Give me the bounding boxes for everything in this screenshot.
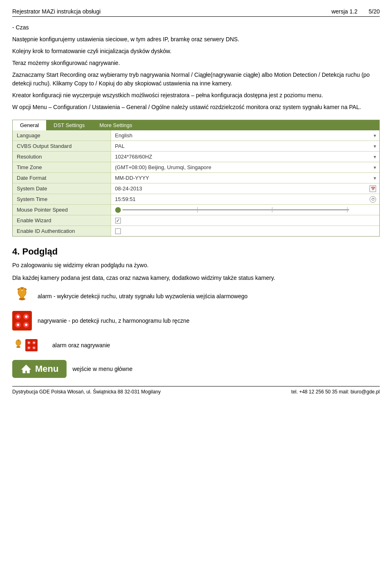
checkbox-id-input[interactable] — [115, 228, 121, 234]
para-1: - Czas — [12, 23, 380, 32]
content-paragraphs: - Czas Następnie konfigurujemy ustawieni… — [12, 23, 380, 112]
house-icon — [20, 363, 32, 375]
svg-point-15 — [25, 324, 27, 326]
alarm-record-svg-1 — [12, 335, 24, 355]
table-row: Enable Wizard — [13, 215, 379, 226]
value-timezone[interactable]: (GMT+08:00) Beijing, Urumqi, Singapore ▾ — [111, 162, 379, 173]
value-systemdate[interactable]: 08-24-2013 📅 — [111, 183, 379, 194]
value-systemtime[interactable]: 15:59:51 ⏱ — [111, 194, 379, 205]
value-cvbs[interactable]: PAL ▾ — [111, 141, 379, 152]
footer-left: Dystrybucja GDE Polska Włosań, ul. Świąt… — [12, 389, 161, 395]
svg-point-13 — [25, 315, 27, 318]
svg-marker-29 — [21, 365, 31, 373]
alarm-svg — [12, 286, 32, 306]
table-row: Date Format MM-DD-YYYY ▾ — [13, 173, 379, 183]
menu-text: wejście w menu główne — [72, 366, 132, 372]
tab-dst-settings[interactable]: DST Settings — [46, 120, 92, 130]
section4-heading: 4. Podgląd — [12, 246, 380, 257]
header-page: 5/20 — [369, 8, 380, 15]
alarm-text: alarm - wykrycie detekcji ruchu, utraty … — [38, 293, 247, 299]
svg-point-27 — [28, 347, 30, 348]
table-row: System Date 08-24-2013 📅 — [13, 183, 379, 194]
svg-point-28 — [33, 347, 35, 348]
chevron-down-icon: ▾ — [374, 175, 376, 181]
alarm-record-svg-2 — [25, 335, 38, 355]
record-svg — [12, 311, 32, 331]
settings-tabs: General DST Settings More Settings — [13, 120, 379, 130]
checkbox-wizard[interactable] — [115, 218, 376, 223]
para-7: W opcji Menu – Configuration / Ustawieni… — [12, 103, 380, 112]
value-enablewizard[interactable] — [111, 215, 379, 226]
para-3: Kolejny krok to formatowanie czyli inicj… — [12, 47, 380, 56]
table-row: Enable ID Authentication — [13, 226, 379, 237]
label-mousepointer: Mouse Pointer Speed — [13, 205, 111, 215]
table-row: CVBS Output Standard PAL ▾ — [13, 141, 379, 152]
slider-tick — [272, 207, 272, 212]
value-enableid[interactable] — [111, 226, 379, 237]
section4-intro: Po zalogowaniu się widzimy ekran podgląd… — [12, 261, 380, 270]
label-cvbs: CVBS Output Standard — [13, 141, 111, 152]
record-text: nagrywanie - po detekcji ruchu, z harmon… — [38, 317, 189, 324]
icon-row-alarm-record: alarm oraz nagrywanie — [12, 335, 380, 355]
label-timezone: Time Zone — [13, 162, 111, 173]
icon-row-record: nagrywanie - po detekcji ruchu, z harmon… — [12, 311, 380, 331]
svg-rect-7 — [12, 311, 32, 331]
menu-button[interactable]: Menu — [12, 360, 67, 378]
svg-point-2 — [19, 298, 25, 300]
svg-point-25 — [28, 342, 30, 344]
table-row: Mouse Pointer Speed — [13, 205, 379, 215]
record-icon — [12, 311, 32, 331]
svg-point-12 — [17, 315, 19, 318]
svg-point-26 — [33, 342, 35, 344]
svg-rect-4 — [21, 288, 23, 290]
label-enablewizard: Enable Wizard — [13, 215, 111, 226]
value-mousepointer[interactable] — [111, 205, 379, 215]
calendar-icon[interactable]: 📅 — [370, 185, 376, 192]
chevron-down-icon: ▾ — [374, 143, 376, 149]
svg-rect-20 — [25, 339, 38, 351]
table-row: System Time 15:59:51 ⏱ — [13, 194, 379, 205]
slider-track[interactable] — [122, 209, 350, 210]
value-resolution[interactable]: 1024*768/60HZ ▾ — [111, 152, 379, 162]
alarm-record-icon — [12, 335, 38, 355]
checkbox-id[interactable] — [115, 228, 376, 234]
table-row: Language English ▾ — [13, 130, 379, 141]
chevron-down-icon: ▾ — [374, 165, 376, 170]
menu-button-label: Menu — [35, 364, 58, 374]
label-dateformat: Date Format — [13, 173, 111, 183]
table-row: Time Zone (GMT+08:00) Beijing, Urumqi, S… — [13, 162, 379, 173]
para-6: Kreator konfiguracji nie wyczerpuje wszy… — [12, 91, 380, 100]
header-line: Rejestrator MAZi instrukcja obsługi wers… — [12, 8, 380, 17]
svg-rect-19 — [18, 340, 19, 341]
svg-point-18 — [16, 346, 20, 348]
checkbox-wizard-input[interactable] — [115, 218, 121, 223]
table-row: Resolution 1024*768/60HZ ▾ — [13, 152, 379, 162]
settings-container: General DST Settings More Settings Langu… — [12, 120, 380, 237]
slider-thumb[interactable] — [115, 207, 121, 213]
header-right: wersja 1.2 5/20 — [332, 8, 380, 15]
footer: Dystrybucja GDE Polska Włosań, ul. Świąt… — [12, 386, 380, 395]
clock-icon[interactable]: ⏱ — [370, 196, 376, 203]
icon-row-menu: Menu wejście w menu główne — [12, 360, 380, 378]
settings-table: Language English ▾ CVBS Output Standard … — [13, 130, 379, 236]
label-systemdate: System Date — [13, 183, 111, 194]
para-2: Następnie konfigurujemy ustawienia sieci… — [12, 35, 380, 44]
icon-row-alarm: alarm - wykrycie detekcji ruchu, utraty … — [12, 286, 380, 306]
tab-more-settings[interactable]: More Settings — [92, 120, 140, 130]
section4-detail: Dla każdej kamery podana jest data, czas… — [12, 274, 380, 282]
label-language: Language — [13, 130, 111, 141]
value-language[interactable]: English ▾ — [111, 130, 379, 141]
header-title: Rejestrator MAZi instrukcja obsługi — [12, 8, 100, 15]
section4: 4. Podgląd Po zalogowaniu się widzimy ek… — [12, 246, 380, 378]
chevron-down-icon: ▾ — [374, 154, 376, 160]
tab-general[interactable]: General — [13, 120, 46, 130]
label-systemtime: System Time — [13, 194, 111, 205]
label-resolution: Resolution — [13, 152, 111, 162]
chevron-down-icon: ▾ — [374, 133, 376, 138]
slider-tick — [347, 207, 347, 212]
para-5: Zaznaczamy Start Recording oraz wybieram… — [12, 71, 380, 88]
label-enableid: Enable ID Authentication — [13, 226, 111, 237]
value-dateformat[interactable]: MM-DD-YYYY ▾ — [111, 173, 379, 183]
svg-point-14 — [17, 324, 19, 326]
slider-control[interactable] — [115, 207, 350, 213]
